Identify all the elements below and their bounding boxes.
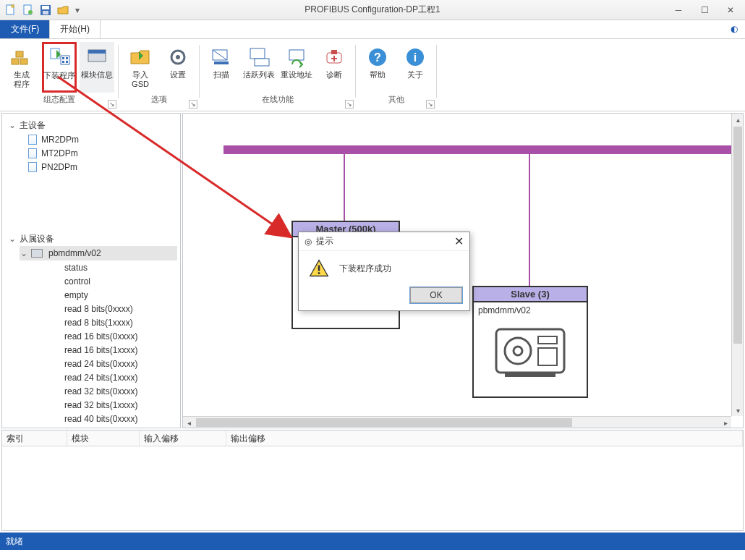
status-text: 就绪 [6,535,23,548]
bricks-icon [10,46,33,69]
tree-main-devices[interactable]: ⌄主设备 [5,118,177,132]
tree-slave-item[interactable]: empty [46,288,177,302]
generate-program-button[interactable]: 生成 程序 [4,42,39,93]
svg-rect-24 [289,50,304,60]
svg-rect-36 [505,373,555,377]
help-icon: ? [366,46,389,69]
ribbon-group-other: ? 帮助 i 关于 其他 ↘ [356,39,437,111]
tree-slave-dev[interactable]: ⌄pbmdmm/v02 [20,246,177,260]
group-config-launcher[interactable]: ↘ [108,100,116,109]
svg-rect-23 [255,59,269,66]
group-other-launcher[interactable]: ↘ [426,100,435,109]
module-info-button[interactable]: 模块信息 [80,42,114,93]
tree-main-item[interactable]: MT2DPm [5,146,177,160]
diagnose-button[interactable]: 诊断 [317,42,352,93]
svg-rect-9 [16,51,23,57]
tree-slave-item[interactable]: read 16 bits(1xxxx) [46,343,177,357]
settings-button[interactable]: 设置 [161,42,195,93]
dialog-title: 提示 [316,235,333,247]
ribbon-help-icon[interactable]: ◐ [723,20,745,38]
message-dialog: ◎ 提示 ✕ 下装程序成功 OK [298,232,470,311]
col-in-offset[interactable]: 输入偏移 [140,430,226,446]
module-table: 索引 模块 输入偏移 输出偏移 [1,430,744,531]
reset-address-button[interactable]: 重设地址 [279,42,314,93]
col-index[interactable]: 索引 [2,430,67,446]
about-button[interactable]: i 关于 [398,42,433,93]
tree-slave-item[interactable]: control [46,274,177,288]
bus-line [224,145,744,154]
tree-slave-item[interactable]: read 40 bits(0xxxx) [46,412,177,425]
list-icon [247,46,271,69]
svg-rect-17 [88,50,106,54]
window-title: PROFIBUS Configuration-DP工程1 [0,4,745,16]
svg-rect-22 [250,48,265,59]
drop-line-master [344,154,345,223]
canvas-scroll-h[interactable]: ◂ ▸ [183,416,731,428]
tree-slave-item[interactable]: read 24 bits(0xxxx) [46,357,177,370]
svg-rect-39 [318,272,320,274]
download-icon [48,46,71,69]
module-info-icon [85,46,108,69]
active-list-button[interactable]: 活跃列表 [242,42,276,93]
tree-slave-item[interactable]: status [46,260,177,274]
ribbon-group-options: 导入 GSD 设置 选项 ↘ [119,39,200,111]
ribbon-group-config: 生成 程序 下装程序 模块信息 组态配置 ↘ [0,39,119,111]
reset-icon [285,46,308,69]
tree-slave-item[interactable]: read 32 bits(1xxxx) [46,398,177,412]
download-program-button[interactable]: 下装程序 [42,42,77,93]
tab-start[interactable]: 开始(H) [49,20,101,38]
group-options-launcher[interactable]: ↘ [189,100,197,109]
tree-main-item[interactable]: PN2DPm [5,160,177,174]
svg-rect-15 [66,61,68,63]
status-bar: 就绪 [0,533,745,550]
scan-button[interactable]: 扫描 [204,42,239,93]
svg-point-19 [176,55,180,59]
svg-rect-8 [20,59,27,64]
device-tree-panel: ⌄主设备 MR2DPmMT2DPmPN2DPm ⌄从属设备 ⌄pbmdmm/v0… [1,113,181,428]
title-bar: ▾ PROFIBUS Configuration-DP工程1 ─ ☐ ✕ [0,0,745,20]
svg-text:?: ? [374,51,381,64]
tree-slave-devices[interactable]: ⌄从属设备 [5,232,177,246]
ribbon: 生成 程序 下装程序 模块信息 组态配置 ↘ 导入 GSD 设置 选项 [0,39,745,111]
tree-slave-item[interactable]: read 8 bits(0xxxx) [46,302,177,315]
dialog-close-button[interactable]: ✕ [454,234,464,248]
dialog-ok-button[interactable]: OK [410,287,462,303]
svg-rect-12 [62,57,64,59]
group-online-launcher[interactable]: ↘ [345,100,354,109]
tree-slave-item[interactable]: read 24 bits(1xxxx) [46,370,177,384]
tree-slave-item[interactable]: read 16 bits(0xxxx) [46,329,177,343]
info-icon: i [404,46,427,69]
svg-rect-11 [61,56,69,64]
svg-rect-7 [12,59,19,64]
tree-slave-item[interactable]: read 32 bits(0xxxx) [46,384,177,398]
col-out-offset[interactable]: 输出偏移 [226,430,743,446]
svg-rect-14 [62,61,64,63]
import-gsd-button[interactable]: 导入 GSD [123,42,158,93]
gear-icon [166,46,190,69]
help-button[interactable]: ? 帮助 [360,42,395,93]
ribbon-group-online: 扫描 活跃列表 重设地址 诊断 在线功能 ↘ [200,39,356,111]
drop-line-slave [529,154,530,288]
diagnose-icon [323,46,346,69]
svg-rect-38 [318,266,320,271]
svg-rect-21 [214,61,229,64]
dialog-app-icon: ◎ [305,237,312,247]
dialog-message: 下装程序成功 [339,263,391,275]
slave-title: Slave (3) [474,287,587,302]
tree-main-item[interactable]: MR2DPm [5,132,177,146]
slave-node[interactable]: Slave (3) pbmdmm/v02 [472,286,588,398]
device-icon [487,318,574,383]
ribbon-tabs: 文件(F) 开始(H) ◐ [0,20,745,39]
col-module[interactable]: 模块 [67,430,140,446]
tree-slave-item[interactable]: read 8 bits(1xxxx) [46,315,177,329]
folder-import-icon [129,46,152,69]
svg-rect-13 [66,57,68,59]
svg-text:i: i [414,51,417,64]
svg-rect-26 [331,50,337,54]
warning-icon [309,258,329,279]
canvas-scroll-v[interactable]: ▴ ▾ [731,114,743,416]
tab-file[interactable]: 文件(F) [0,20,50,38]
slave-name: pbmdmm/v02 [478,305,582,315]
scan-icon [210,46,233,69]
